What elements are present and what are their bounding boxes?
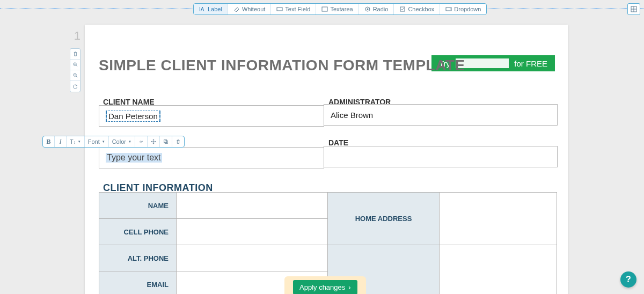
client-name-field[interactable]: Dan Peterson: [99, 105, 324, 127]
link-button[interactable]: [135, 136, 148, 147]
toolbar-dropdown[interactable]: Dropdown: [440, 4, 486, 14]
eraser-icon: [233, 6, 240, 12]
zoom-in-button[interactable]: [70, 60, 80, 70]
toolbar-label[interactable]: IA Label: [194, 4, 228, 14]
move-icon: [151, 139, 156, 144]
info-name-label: NAME: [99, 193, 177, 219]
copy-button[interactable]: [160, 136, 172, 147]
copy-icon: [163, 139, 169, 144]
chevron-down-icon: ▼: [128, 140, 131, 143]
zoom-out-button[interactable]: [70, 70, 80, 81]
promo-free: for FREE: [514, 59, 547, 68]
dropdown-icon: [445, 6, 452, 12]
help-button[interactable]: ?: [620, 271, 636, 288]
info-cellphone-label: CELL PHONE: [99, 219, 177, 245]
home-address-value-2[interactable]: [440, 245, 557, 295]
svg-rect-2: [322, 7, 327, 11]
toolbar-label-text: Label: [208, 6, 222, 12]
font-label: Font: [88, 138, 100, 145]
zoom-in-icon: [73, 62, 78, 67]
label-icon: IA: [199, 6, 206, 12]
toolbar-textarea-text: Textarea: [330, 6, 353, 12]
toolbar-textfield[interactable]: Text Field: [271, 4, 316, 14]
trash-icon: [175, 139, 181, 144]
info-email-label: EMAIL: [99, 271, 177, 295]
text-format-toolbar: B I T↕▼ Font▼ Color▼: [42, 136, 185, 148]
color-label: Color: [112, 138, 126, 145]
chevron-right-icon: ›: [348, 283, 350, 291]
move-button[interactable]: [148, 136, 160, 147]
apply-changes-wrap: Apply changes ›: [284, 276, 366, 294]
bold-button[interactable]: B: [43, 136, 55, 147]
info-altphone-label: ALT. PHONE: [99, 245, 177, 271]
font-size-button[interactable]: T↕▼: [67, 136, 85, 147]
home-address-value[interactable]: [440, 193, 557, 245]
font-family-button[interactable]: Font▼: [85, 136, 109, 147]
textfield-icon: [276, 6, 283, 12]
page-title: SIMPLE CLIENT INFORMATION FORM TEMPLATE: [99, 57, 465, 74]
color-button[interactable]: Color▼: [109, 136, 135, 147]
administrator-value: Alice Brown: [331, 111, 373, 120]
svg-line-11: [76, 65, 77, 67]
refresh-icon: [73, 84, 78, 89]
toolbar-dropdown-text: Dropdown: [454, 6, 481, 12]
date-field[interactable]: [324, 146, 558, 167]
info-name-value[interactable]: [177, 193, 328, 219]
administrator-field[interactable]: Alice Brown: [324, 104, 558, 126]
trash-icon: [73, 52, 78, 56]
svg-line-15: [76, 76, 77, 77]
toolbar-radio-text: Radio: [373, 6, 389, 12]
svg-rect-1: [277, 8, 282, 11]
page-tools-toolbar: [70, 48, 80, 92]
delete-button[interactable]: [172, 136, 184, 147]
link-icon: [138, 139, 144, 144]
fields-toolbar: IA Label Whiteout Text Field Textarea Ra…: [193, 3, 487, 15]
textarea-icon: [321, 6, 328, 12]
delete-page-button[interactable]: [70, 49, 80, 60]
italic-button[interactable]: I: [55, 136, 67, 147]
info-altphone-value[interactable]: [177, 245, 328, 271]
refresh-button[interactable]: [70, 81, 80, 92]
home-address-label: HOME ADDRESS: [328, 193, 440, 245]
svg-text:IA: IA: [199, 6, 204, 12]
document-page[interactable]: Try for FREE SIMPLE CLIENT INFORMATION F…: [85, 25, 568, 294]
toolbar-whiteout[interactable]: Whiteout: [228, 4, 271, 14]
table-row: ALT. PHONE: [99, 245, 557, 271]
apply-changes-label: Apply changes: [299, 283, 345, 291]
help-icon: ?: [626, 275, 631, 284]
radio-icon: [364, 6, 371, 12]
checkbox-icon: [399, 6, 406, 12]
svg-point-4: [367, 9, 368, 10]
zoom-out-icon: [73, 73, 78, 78]
info-cellphone-value[interactable]: [177, 219, 328, 245]
toolbar-radio[interactable]: Radio: [359, 4, 394, 14]
table-row: NAME HOME ADDRESS: [99, 193, 557, 219]
toolbar-textarea[interactable]: Textarea: [316, 4, 358, 14]
active-text-field[interactable]: Type your text: [99, 147, 324, 168]
toolbar-checkbox-text: Checkbox: [408, 6, 434, 12]
page-number: 1: [64, 29, 80, 43]
chevron-down-icon: ▼: [102, 140, 105, 143]
apply-changes-button[interactable]: Apply changes ›: [293, 280, 357, 294]
toolbar-checkbox[interactable]: Checkbox: [394, 4, 440, 14]
svg-rect-18: [165, 141, 167, 143]
toolbar-whiteout-text: Whiteout: [242, 6, 265, 12]
toolbar-textfield-text: Text Field: [285, 6, 310, 12]
grid-icon: [631, 6, 637, 12]
client-name-value[interactable]: Dan Peterson: [106, 111, 160, 122]
font-size-symbol: T↕: [70, 138, 76, 145]
grid-button[interactable]: [627, 3, 640, 15]
placeholder-selected-text[interactable]: Type your text: [106, 153, 162, 163]
chevron-down-icon: ▼: [78, 140, 81, 143]
svg-rect-17: [164, 140, 167, 143]
